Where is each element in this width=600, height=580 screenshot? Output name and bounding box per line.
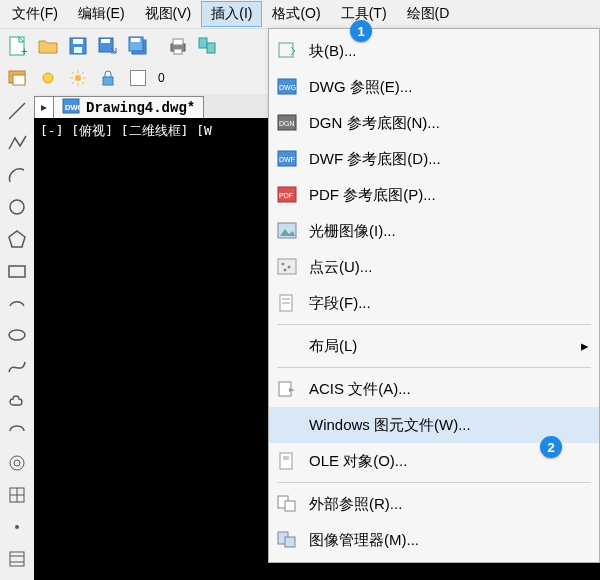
menu-edit[interactable]: 编辑(E) [68, 1, 135, 27]
menu-item-label: OLE 对象(O)... [309, 452, 407, 471]
ole-icon [275, 449, 299, 473]
point-tool[interactable] [4, 514, 30, 540]
open-folder-button[interactable] [34, 32, 62, 60]
menubar: 文件(F) 编辑(E) 视图(V) 插入(I) 格式(O) 工具(T) 绘图(D [0, 0, 600, 28]
svg-point-38 [15, 525, 19, 529]
svg-rect-12 [174, 49, 182, 54]
svg-rect-68 [285, 537, 295, 547]
arc-tool[interactable] [4, 162, 30, 188]
donut-tool[interactable] [4, 450, 30, 476]
block-tool[interactable] [4, 482, 30, 508]
svg-rect-39 [10, 552, 24, 566]
svg-rect-13 [199, 38, 207, 48]
menu-file[interactable]: 文件(F) [2, 1, 68, 27]
menu-insert[interactable]: 插入(I) [201, 1, 262, 27]
menu-format[interactable]: 格式(O) [262, 1, 330, 27]
menu-item-pdf-underlay[interactable]: PDF PDF 参考底图(P)... [269, 177, 599, 213]
svg-rect-66 [285, 501, 295, 511]
document-tab[interactable]: DWG Drawing4.dwg* [53, 96, 204, 118]
color-swatch[interactable] [124, 64, 152, 92]
menu-item-label: 布局(L) [309, 337, 357, 356]
menu-draw[interactable]: 绘图(D [397, 1, 460, 27]
menu-view[interactable]: 视图(V) [135, 1, 202, 27]
menu-item-point-cloud[interactable]: 点云(U)... [269, 249, 599, 285]
svg-text:DWF: DWF [279, 156, 295, 163]
save-button[interactable] [64, 32, 92, 60]
lock-icon[interactable] [94, 64, 122, 92]
print-button[interactable] [164, 32, 192, 60]
menu-separator [277, 482, 591, 483]
svg-line-23 [72, 72, 74, 74]
polyline-tool[interactable] [4, 130, 30, 156]
menu-item-label: Windows 图元文件(W)... [309, 416, 471, 435]
image-icon [275, 219, 299, 243]
menu-separator [277, 367, 591, 368]
image-manager-icon [275, 528, 299, 552]
revcloud-tool[interactable] [4, 386, 30, 412]
arc3-tool[interactable] [4, 290, 30, 316]
menu-item-layout[interactable]: 布局(L) ▸ [269, 328, 599, 364]
menu-item-dgn-underlay[interactable]: DGN DGN 参考底图(N)... [269, 105, 599, 141]
menu-item-block[interactable]: 块(B)... [269, 33, 599, 69]
svg-rect-31 [9, 266, 25, 277]
new-file-button[interactable]: + [4, 32, 32, 60]
svg-rect-6 [101, 39, 110, 43]
dwf-icon: DWF [275, 147, 299, 171]
menu-separator [277, 324, 591, 325]
line-tool[interactable] [4, 98, 30, 124]
sun-icon[interactable] [64, 64, 92, 92]
save-all-button[interactable] [124, 32, 152, 60]
svg-point-34 [14, 460, 20, 466]
layer-button[interactable] [4, 64, 32, 92]
svg-line-24 [82, 82, 84, 84]
menu-item-label: 块(B)... [309, 42, 357, 61]
acis-icon [275, 377, 299, 401]
svg-rect-44 [279, 43, 293, 57]
point-cloud-icon [275, 255, 299, 279]
menu-item-image-manager[interactable]: 图像管理器(M)... [269, 522, 599, 558]
svg-point-29 [10, 200, 24, 214]
polygon-tool[interactable] [4, 226, 30, 252]
menu-item-acis[interactable]: ACIS 文件(A)... [269, 371, 599, 407]
ellipse-tool[interactable] [4, 322, 30, 348]
rectangle-tool[interactable] [4, 258, 30, 284]
circle-tool[interactable] [4, 194, 30, 220]
print-preview-button[interactable] [194, 32, 222, 60]
layer-index: 0 [154, 71, 165, 85]
pdf-icon: PDF [275, 183, 299, 207]
hatch-tool[interactable] [4, 546, 30, 572]
menu-item-label: 字段(F)... [309, 294, 371, 313]
svg-rect-55 [278, 259, 296, 274]
svg-point-58 [284, 269, 287, 272]
svg-rect-63 [280, 453, 292, 469]
light-icon[interactable] [34, 64, 62, 92]
menu-item-label: 外部参照(R)... [309, 495, 402, 514]
tab-collapse-toggle[interactable] [34, 96, 54, 118]
svg-rect-64 [283, 456, 289, 460]
svg-point-33 [10, 456, 24, 470]
svg-rect-14 [207, 43, 215, 53]
svg-text:DWG: DWG [65, 103, 80, 112]
svg-text:+: + [21, 45, 27, 57]
menu-item-dwg-ref[interactable]: DWG DWG 参照(E)... [269, 69, 599, 105]
svg-point-17 [43, 73, 53, 83]
svg-text:PDF: PDF [279, 192, 293, 199]
save-as-button[interactable] [94, 32, 122, 60]
spline-tool[interactable] [4, 354, 30, 380]
menu-item-label: 光栅图像(I)... [309, 222, 396, 241]
document-tab-title: Drawing4.dwg* [86, 100, 195, 116]
dgn-icon: DGN [275, 111, 299, 135]
svg-point-57 [288, 266, 291, 269]
menu-item-field[interactable]: 字段(F)... [269, 285, 599, 321]
menu-item-label: 点云(U)... [309, 258, 372, 277]
menu-item-xref[interactable]: 外部参照(R)... [269, 486, 599, 522]
menu-item-raster-image[interactable]: 光栅图像(I)... [269, 213, 599, 249]
svg-line-25 [72, 82, 74, 84]
callout-badge-1: 1 [350, 20, 372, 42]
ellipse-arc-tool[interactable] [4, 418, 30, 444]
svg-text:DWG: DWG [279, 84, 296, 91]
dwg-icon: DWG [275, 75, 299, 99]
svg-point-18 [75, 75, 81, 81]
svg-rect-9 [131, 38, 140, 42]
menu-item-dwf-underlay[interactable]: DWF DWF 参考底图(D)... [269, 141, 599, 177]
